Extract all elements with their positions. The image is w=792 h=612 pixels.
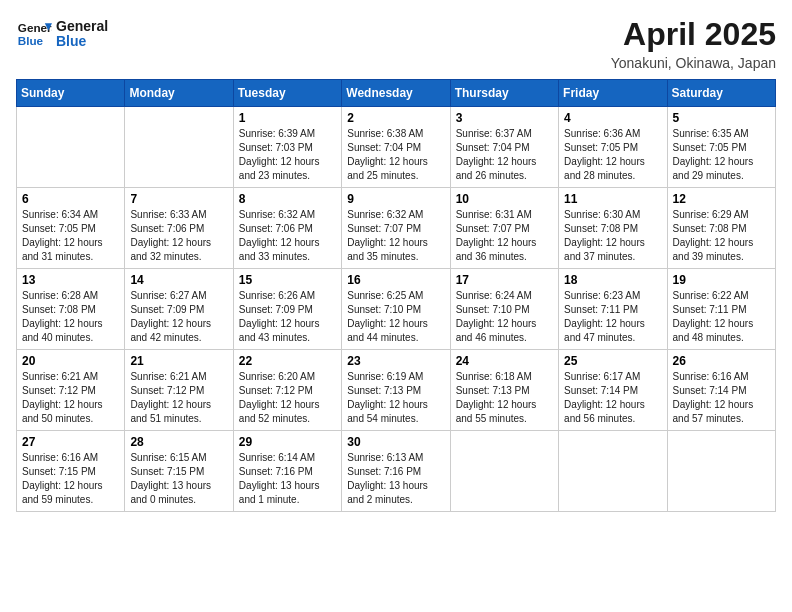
calendar-cell: 22Sunrise: 6:20 AM Sunset: 7:12 PM Dayli…: [233, 350, 341, 431]
day-number: 17: [456, 273, 553, 287]
calendar-body: 1Sunrise: 6:39 AM Sunset: 7:03 PM Daylig…: [17, 107, 776, 512]
day-number: 11: [564, 192, 661, 206]
svg-text:Blue: Blue: [18, 34, 44, 47]
calendar-cell: 25Sunrise: 6:17 AM Sunset: 7:14 PM Dayli…: [559, 350, 667, 431]
calendar-cell: [125, 107, 233, 188]
day-info: Sunrise: 6:19 AM Sunset: 7:13 PM Dayligh…: [347, 370, 444, 426]
day-info: Sunrise: 6:23 AM Sunset: 7:11 PM Dayligh…: [564, 289, 661, 345]
calendar-cell: 16Sunrise: 6:25 AM Sunset: 7:10 PM Dayli…: [342, 269, 450, 350]
calendar-cell: 18Sunrise: 6:23 AM Sunset: 7:11 PM Dayli…: [559, 269, 667, 350]
day-number: 6: [22, 192, 119, 206]
location: Yonakuni, Okinawa, Japan: [611, 55, 776, 71]
day-info: Sunrise: 6:32 AM Sunset: 7:07 PM Dayligh…: [347, 208, 444, 264]
day-info: Sunrise: 6:37 AM Sunset: 7:04 PM Dayligh…: [456, 127, 553, 183]
logo: General Blue General Blue: [16, 16, 108, 52]
weekday-header-sunday: Sunday: [17, 80, 125, 107]
day-number: 14: [130, 273, 227, 287]
calendar-cell: 7Sunrise: 6:33 AM Sunset: 7:06 PM Daylig…: [125, 188, 233, 269]
weekday-header-thursday: Thursday: [450, 80, 558, 107]
calendar-table: SundayMondayTuesdayWednesdayThursdayFrid…: [16, 79, 776, 512]
day-number: 13: [22, 273, 119, 287]
calendar-cell: 5Sunrise: 6:35 AM Sunset: 7:05 PM Daylig…: [667, 107, 775, 188]
day-info: Sunrise: 6:21 AM Sunset: 7:12 PM Dayligh…: [130, 370, 227, 426]
calendar-cell: 17Sunrise: 6:24 AM Sunset: 7:10 PM Dayli…: [450, 269, 558, 350]
calendar-cell: [450, 431, 558, 512]
page-header: General Blue General Blue April 2025 Yon…: [16, 16, 776, 71]
day-number: 9: [347, 192, 444, 206]
calendar-cell: 29Sunrise: 6:14 AM Sunset: 7:16 PM Dayli…: [233, 431, 341, 512]
calendar-cell: 4Sunrise: 6:36 AM Sunset: 7:05 PM Daylig…: [559, 107, 667, 188]
day-number: 4: [564, 111, 661, 125]
calendar-header: SundayMondayTuesdayWednesdayThursdayFrid…: [17, 80, 776, 107]
calendar-cell: 10Sunrise: 6:31 AM Sunset: 7:07 PM Dayli…: [450, 188, 558, 269]
day-info: Sunrise: 6:15 AM Sunset: 7:15 PM Dayligh…: [130, 451, 227, 507]
day-info: Sunrise: 6:29 AM Sunset: 7:08 PM Dayligh…: [673, 208, 770, 264]
day-number: 29: [239, 435, 336, 449]
calendar-cell: 30Sunrise: 6:13 AM Sunset: 7:16 PM Dayli…: [342, 431, 450, 512]
calendar-cell: 23Sunrise: 6:19 AM Sunset: 7:13 PM Dayli…: [342, 350, 450, 431]
calendar-cell: 3Sunrise: 6:37 AM Sunset: 7:04 PM Daylig…: [450, 107, 558, 188]
day-info: Sunrise: 6:28 AM Sunset: 7:08 PM Dayligh…: [22, 289, 119, 345]
day-number: 25: [564, 354, 661, 368]
calendar-cell: 26Sunrise: 6:16 AM Sunset: 7:14 PM Dayli…: [667, 350, 775, 431]
calendar-week-2: 6Sunrise: 6:34 AM Sunset: 7:05 PM Daylig…: [17, 188, 776, 269]
calendar-cell: 15Sunrise: 6:26 AM Sunset: 7:09 PM Dayli…: [233, 269, 341, 350]
day-info: Sunrise: 6:14 AM Sunset: 7:16 PM Dayligh…: [239, 451, 336, 507]
calendar-cell: 1Sunrise: 6:39 AM Sunset: 7:03 PM Daylig…: [233, 107, 341, 188]
day-info: Sunrise: 6:16 AM Sunset: 7:14 PM Dayligh…: [673, 370, 770, 426]
weekday-header-row: SundayMondayTuesdayWednesdayThursdayFrid…: [17, 80, 776, 107]
calendar-cell: 8Sunrise: 6:32 AM Sunset: 7:06 PM Daylig…: [233, 188, 341, 269]
calendar-week-1: 1Sunrise: 6:39 AM Sunset: 7:03 PM Daylig…: [17, 107, 776, 188]
day-info: Sunrise: 6:20 AM Sunset: 7:12 PM Dayligh…: [239, 370, 336, 426]
weekday-header-friday: Friday: [559, 80, 667, 107]
calendar-week-4: 20Sunrise: 6:21 AM Sunset: 7:12 PM Dayli…: [17, 350, 776, 431]
day-number: 19: [673, 273, 770, 287]
day-number: 27: [22, 435, 119, 449]
day-number: 28: [130, 435, 227, 449]
day-info: Sunrise: 6:25 AM Sunset: 7:10 PM Dayligh…: [347, 289, 444, 345]
calendar-cell: 2Sunrise: 6:38 AM Sunset: 7:04 PM Daylig…: [342, 107, 450, 188]
day-number: 22: [239, 354, 336, 368]
day-number: 23: [347, 354, 444, 368]
logo-text-blue: Blue: [56, 34, 108, 49]
day-info: Sunrise: 6:32 AM Sunset: 7:06 PM Dayligh…: [239, 208, 336, 264]
calendar-week-5: 27Sunrise: 6:16 AM Sunset: 7:15 PM Dayli…: [17, 431, 776, 512]
day-number: 26: [673, 354, 770, 368]
calendar-cell: 6Sunrise: 6:34 AM Sunset: 7:05 PM Daylig…: [17, 188, 125, 269]
day-info: Sunrise: 6:16 AM Sunset: 7:15 PM Dayligh…: [22, 451, 119, 507]
calendar-cell: 13Sunrise: 6:28 AM Sunset: 7:08 PM Dayli…: [17, 269, 125, 350]
day-info: Sunrise: 6:38 AM Sunset: 7:04 PM Dayligh…: [347, 127, 444, 183]
weekday-header-tuesday: Tuesday: [233, 80, 341, 107]
day-number: 24: [456, 354, 553, 368]
day-info: Sunrise: 6:22 AM Sunset: 7:11 PM Dayligh…: [673, 289, 770, 345]
day-info: Sunrise: 6:39 AM Sunset: 7:03 PM Dayligh…: [239, 127, 336, 183]
day-info: Sunrise: 6:21 AM Sunset: 7:12 PM Dayligh…: [22, 370, 119, 426]
day-number: 12: [673, 192, 770, 206]
day-number: 5: [673, 111, 770, 125]
day-number: 2: [347, 111, 444, 125]
calendar-cell: 28Sunrise: 6:15 AM Sunset: 7:15 PM Dayli…: [125, 431, 233, 512]
day-info: Sunrise: 6:31 AM Sunset: 7:07 PM Dayligh…: [456, 208, 553, 264]
day-info: Sunrise: 6:18 AM Sunset: 7:13 PM Dayligh…: [456, 370, 553, 426]
day-number: 8: [239, 192, 336, 206]
day-number: 30: [347, 435, 444, 449]
svg-text:General: General: [18, 21, 52, 34]
day-number: 10: [456, 192, 553, 206]
day-info: Sunrise: 6:36 AM Sunset: 7:05 PM Dayligh…: [564, 127, 661, 183]
day-number: 7: [130, 192, 227, 206]
calendar-cell: 24Sunrise: 6:18 AM Sunset: 7:13 PM Dayli…: [450, 350, 558, 431]
day-info: Sunrise: 6:35 AM Sunset: 7:05 PM Dayligh…: [673, 127, 770, 183]
weekday-header-saturday: Saturday: [667, 80, 775, 107]
calendar-cell: 11Sunrise: 6:30 AM Sunset: 7:08 PM Dayli…: [559, 188, 667, 269]
day-number: 21: [130, 354, 227, 368]
calendar-cell: 20Sunrise: 6:21 AM Sunset: 7:12 PM Dayli…: [17, 350, 125, 431]
day-info: Sunrise: 6:27 AM Sunset: 7:09 PM Dayligh…: [130, 289, 227, 345]
calendar-cell: 12Sunrise: 6:29 AM Sunset: 7:08 PM Dayli…: [667, 188, 775, 269]
calendar-cell: 21Sunrise: 6:21 AM Sunset: 7:12 PM Dayli…: [125, 350, 233, 431]
calendar-cell: [17, 107, 125, 188]
day-info: Sunrise: 6:17 AM Sunset: 7:14 PM Dayligh…: [564, 370, 661, 426]
day-number: 15: [239, 273, 336, 287]
day-info: Sunrise: 6:30 AM Sunset: 7:08 PM Dayligh…: [564, 208, 661, 264]
day-number: 16: [347, 273, 444, 287]
day-number: 20: [22, 354, 119, 368]
